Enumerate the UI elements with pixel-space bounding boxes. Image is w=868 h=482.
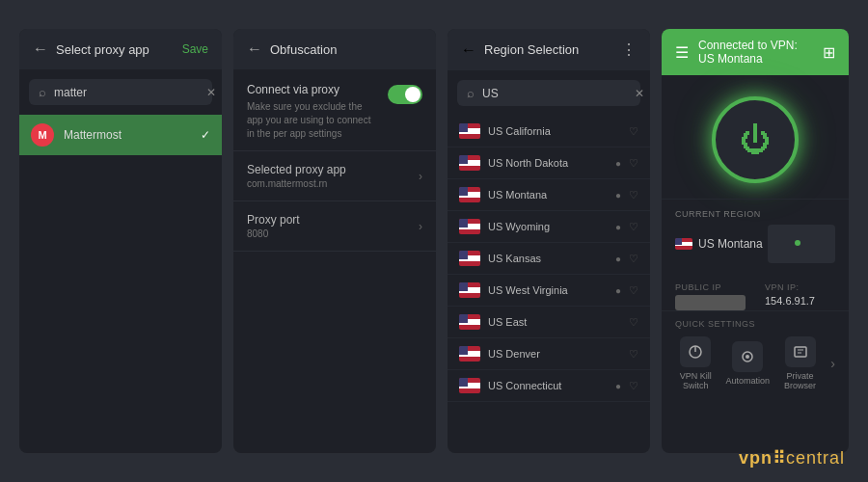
connect-via-proxy-toggle[interactable] [388, 85, 422, 104]
heart-icon[interactable]: ♡ [629, 348, 638, 361]
region-item[interactable]: US Wyoming ● ♡ [448, 211, 650, 243]
power-button[interactable]: ⏻ [712, 96, 799, 183]
dots-menu-icon[interactable]: ⋮ [621, 40, 637, 59]
region-title: Region Selection [484, 42, 613, 57]
proxy-port-value: 8080 [247, 228, 300, 239]
qs-automation[interactable]: Automation [725, 341, 770, 386]
us-flag-icon [459, 155, 480, 171]
connect-via-proxy-text: Connect via proxy Make sure you exclude … [247, 83, 378, 141]
ping-icon: ● [615, 254, 621, 264]
footer-logo: vpn⠿central [739, 447, 845, 469]
map-location-dot [795, 240, 800, 246]
region-selection-panel: ← Region Selection ⋮ ⌕ ✕ US California ♡… [448, 29, 650, 453]
vpn-header: ☰ Connected to VPN: US Montana ⊞ [662, 29, 849, 75]
region-item[interactable]: US Denver ♡ [448, 338, 650, 370]
svg-point-3 [746, 355, 749, 359]
app-icon: M [31, 123, 54, 147]
selected-proxy-app-text: Selected proxy app com.mattermost.rn [247, 163, 346, 189]
proxy-port-item[interactable]: Proxy port 8080 › [233, 201, 436, 252]
region-item[interactable]: US Montana ● ♡ [448, 179, 650, 211]
heart-icon[interactable]: ♡ [629, 189, 638, 201]
region-item[interactable]: US California ♡ [448, 116, 650, 147]
us-flag-icon [459, 219, 480, 234]
region-name: US Connecticut [488, 380, 608, 391]
quick-settings-label: QUICK SETTINGS [675, 319, 835, 329]
vpn-status-text: Connected to VPN: US Montana [698, 39, 813, 66]
heart-icon[interactable]: ♡ [629, 157, 638, 170]
region-item[interactable]: US Kansas ● ♡ [448, 243, 650, 275]
us-flag-icon [459, 123, 480, 139]
current-region-row: US Montana [675, 225, 835, 263]
obfuscation-panel: ← Obfuscation Connect via proxy Make sur… [233, 29, 436, 453]
proxy-panel-title: Select proxy app [56, 42, 175, 57]
hamburger-icon[interactable]: ☰ [675, 43, 689, 62]
region-header: ← Region Selection ⋮ [448, 29, 650, 70]
current-region-label: CURRENT REGION [675, 209, 835, 219]
region-name: US East [488, 316, 621, 328]
current-region-name: US Montana [675, 237, 763, 251]
private-browser-label: Private Browser [779, 371, 821, 390]
connect-via-proxy-row: Connect via proxy Make sure you exclude … [247, 83, 422, 141]
current-region-flag-icon [675, 238, 692, 250]
kill-switch-icon [680, 336, 711, 367]
heart-icon[interactable]: ♡ [629, 253, 638, 265]
heart-icon[interactable]: ♡ [629, 380, 638, 392]
vpn-power-area: ⏻ [662, 75, 849, 199]
grid-icon[interactable]: ⊞ [823, 43, 835, 62]
save-button[interactable]: Save [182, 42, 208, 56]
ping-icon: ● [615, 381, 621, 391]
heart-icon[interactable]: ♡ [629, 221, 638, 233]
mini-map [768, 225, 835, 263]
proxy-search-bar: ⌕ ✕ [29, 79, 212, 105]
heart-icon[interactable]: ♡ [629, 284, 638, 297]
region-name: US Wyoming [488, 221, 608, 232]
heart-icon[interactable]: ♡ [629, 316, 638, 329]
region-search-icon: ⌕ [467, 86, 475, 100]
connect-via-proxy-section: Connect via proxy Make sure you exclude … [233, 69, 436, 151]
clear-icon[interactable]: ✕ [206, 86, 216, 99]
public-ip-value: ██████ [675, 295, 746, 310]
power-icon: ⏻ [740, 122, 771, 158]
region-name: US Kansas [488, 253, 608, 264]
region-item[interactable]: US West Virginia ● ♡ [448, 275, 650, 307]
region-item[interactable]: US North Dakota ● ♡ [448, 147, 650, 179]
selected-proxy-app-item[interactable]: Selected proxy app com.mattermost.rn › [233, 151, 436, 201]
qs-private-browser[interactable]: Private Browser [779, 336, 821, 390]
proxy-search-input[interactable] [54, 86, 199, 99]
select-proxy-panel: ← Select proxy app Save ⌕ ✕ M Mattermost… [19, 29, 222, 453]
obfuscation-back-icon[interactable]: ← [247, 40, 262, 58]
vpn-ip-block: VPN IP: 154.6.91.7 [765, 282, 835, 310]
public-ip-label: Public IP [675, 282, 746, 292]
region-back-icon[interactable]: ← [461, 41, 476, 59]
check-icon: ✓ [201, 128, 210, 142]
connect-via-proxy-label: Connect via proxy [247, 83, 378, 96]
region-search-input[interactable] [482, 87, 627, 100]
connect-via-proxy-desc: Make sure you exclude the app you are us… [247, 100, 378, 141]
region-name: US Montana [488, 189, 608, 201]
region-name: US California [488, 125, 621, 137]
region-name: US Denver [488, 348, 621, 360]
region-name: US West Virginia [488, 284, 608, 296]
automation-icon [732, 341, 763, 372]
region-item[interactable]: US East ♡ [448, 307, 650, 338]
back-icon[interactable]: ← [33, 40, 48, 58]
quick-settings-arrow-icon[interactable]: › [830, 356, 835, 371]
public-ip-block: Public IP ██████ [675, 282, 746, 310]
region-clear-icon[interactable]: ✕ [635, 87, 644, 100]
qs-kill-switch[interactable]: VPN Kill Switch [675, 336, 716, 390]
proxy-port-chevron-icon: › [419, 220, 422, 233]
automation-label: Automation [725, 376, 770, 386]
kill-switch-label: VPN Kill Switch [675, 371, 716, 390]
region-list: US California ♡ US North Dakota ● ♡ US M… [448, 116, 650, 453]
current-region-value: US Montana [698, 237, 763, 251]
ping-icon: ● [615, 285, 621, 296]
heart-icon[interactable]: ♡ [629, 125, 638, 138]
private-browser-icon [785, 336, 816, 367]
ping-icon: ● [615, 222, 621, 232]
us-flag-icon [459, 314, 480, 330]
app-name: Mattermost [64, 128, 191, 142]
app-list-item[interactable]: M Mattermost ✓ [19, 115, 222, 155]
region-item[interactable]: US Connecticut ● ♡ [448, 370, 650, 402]
region-search-bar: ⌕ ✕ [457, 80, 640, 106]
quick-settings-section: QUICK SETTINGS VPN Kill Switch Automatio… [662, 310, 849, 398]
